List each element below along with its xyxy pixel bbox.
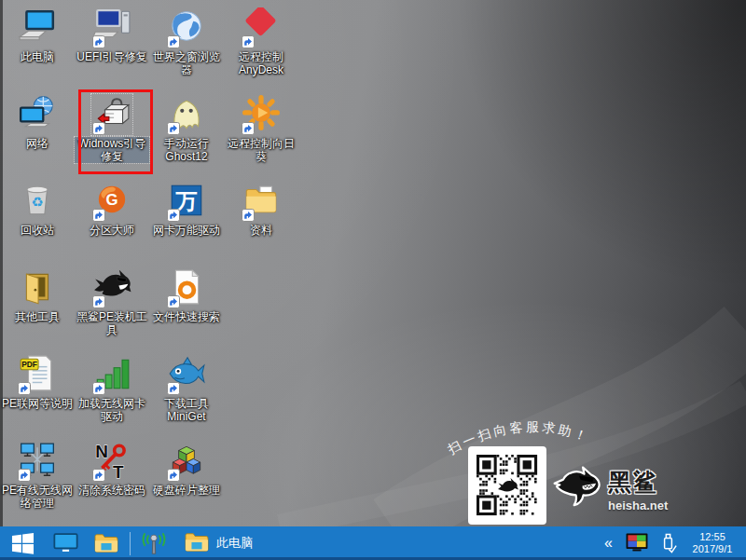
monitor-icon [53,532,78,554]
desktop-icon-recycle[interactable]: ♻回收站 [0,181,75,265]
recycle-icon: ♻ [17,181,58,222]
display-quicklaunch-button[interactable] [45,526,86,560]
desktop-icon-pdf[interactable]: PDFPE联网等说明 [0,354,75,438]
wannet-icon: 万 [166,181,207,222]
taskbar: 此电脑 « 12:55 2017/9/1 [0,526,746,560]
usb-eject-tray-icon[interactable] [657,526,679,560]
everything-icon [166,267,207,308]
desktop-icon-fish[interactable]: 下载工具MiniGet [149,354,224,438]
desktop-icon-label: 分区大师 [75,224,149,237]
file-explorer-quicklaunch-button[interactable] [86,526,127,560]
folder-icon [184,531,210,553]
fish-icon [166,354,207,395]
desktop-icon-defrag[interactable]: 硬盘碎片整理 [149,441,224,525]
sunflower-icon [241,94,282,135]
desktop-icon-shark[interactable]: 黑鲨PE装机工具 [75,267,149,351]
desktop-icon-diskgenius[interactable]: G分区大师 [75,181,149,265]
clock-time: 12:55 [686,531,739,543]
display-settings-tray-icon[interactable] [624,526,650,560]
task-button-label: 此电脑 [216,535,253,552]
desktop-icon-label: 其他工具 [0,310,75,323]
start-button[interactable] [0,526,45,560]
desktop-icon-label: 硬盘碎片整理 [149,484,224,497]
openfolder-icon [17,267,58,308]
brand-logo: 黑鲨 heisha.net [550,466,668,513]
desktop-icon-computer[interactable]: 此电脑 [0,7,75,91]
desktop-icon-sunflower[interactable]: 远程控制向日葵 [224,94,298,178]
shortcut-arrow-badge [242,122,255,135]
desktop-icon-label: 下载工具MiniGet [149,397,224,423]
folder-icon [93,532,119,554]
desktop-icon-everything[interactable]: 文件快速搜索 [149,267,224,351]
desktop-icon-uefi[interactable]: UEFI引导修复 [75,7,149,91]
shortcut-arrow-badge [92,382,105,395]
brand-site: heisha.net [608,499,668,512]
desktop-icon-wifibars[interactable]: 加载无线网卡驱动 [75,354,149,438]
desktop-icon-ghost[interactable]: 手动运行Ghost12 [149,94,224,178]
shortcut-arrow-badge [92,122,105,135]
qr-code [468,446,546,528]
network-icon [17,94,58,135]
shortcut-arrow-badge [242,35,255,48]
browser-icon [166,7,207,48]
desktop-icon-label: 回收站 [0,224,75,237]
wifibars-icon [91,354,132,395]
desktop-icon-label: 网卡万能驱动 [149,224,224,237]
clock-date: 2017/9/1 [686,543,739,555]
screen-left-edge [0,0,3,526]
shark-logo-icon [550,466,604,513]
desktop-icon-openfolder[interactable]: 其他工具 [0,267,75,351]
desktop-icon-lan[interactable]: PE有线无线网络管理 [0,441,75,525]
desktop-icon-wannet[interactable]: 万网卡万能驱动 [149,181,224,265]
desktop-icon-label: PE有线无线网络管理 [0,484,75,510]
desktop-icon-anydesk[interactable]: 远程控制AnyDesk [224,7,298,91]
anydesk-icon [241,7,282,48]
shortcut-arrow-badge [167,122,180,135]
desktop-icon-label: 文件快速搜索 [149,310,224,323]
shortcut-arrow-badge [167,35,180,48]
desktop-icon-folder[interactable]: 资料 [224,181,298,265]
svg-text:♻: ♻ [31,195,43,210]
shortcut-arrow-badge [167,295,180,308]
ghost-icon [166,94,207,135]
shortcut-arrow-badge [242,209,255,222]
desktop-icon-label: 此电脑 [0,50,75,63]
desktop-icon-label: 手动运行Ghost12 [149,137,224,163]
lan-icon [17,441,58,482]
folder-icon [184,531,210,556]
desktop-icon-toolbox[interactable]: Widnows引导修复 [75,94,149,178]
toolbox-icon [91,94,132,135]
pdf-icon: PDF [17,354,58,395]
desktop-icon-label: 远程控制向日葵 [224,137,298,163]
desktop-icon-label: Widnows引导修复 [75,137,149,163]
desktop-icon-label: UEFI引导修复 [75,50,149,63]
wireless-antenna-icon [142,531,166,555]
uefi-icon [91,7,132,48]
taskbar-clock[interactable]: 12:55 2017/9/1 [686,531,739,555]
shortcut-arrow-badge [92,209,105,222]
taskbar-separator [130,532,131,555]
shortcut-arrow-badge [167,209,180,222]
brand-name: 黑鲨 [608,467,668,498]
shark-icon [91,267,132,308]
desktop-icon-label: 网络 [0,137,75,150]
svg-text:PDF: PDF [21,360,37,369]
desktop-icon-ntkey[interactable]: NT清除系统密码 [75,441,149,525]
windows-logo-icon [11,532,35,555]
shortcut-arrow-badge [92,469,105,482]
desktop-icon-browser[interactable]: 世界之窗浏览器 [149,7,224,91]
computer-icon [17,7,58,48]
desktop-icon-label: 资料 [224,224,298,237]
shortcut-arrow-badge [167,382,180,395]
task-button-this-pc[interactable]: 此电脑 [174,526,262,560]
shortcut-arrow-badge [18,469,31,482]
desktop-icon-label: 远程控制AnyDesk [224,50,298,76]
svg-text:G: G [105,191,117,209]
desktop-icon-label: 黑鲨PE装机工具 [75,310,149,336]
defrag-icon [166,441,207,482]
ntkey-icon: NT [91,441,132,482]
wireless-tool-button[interactable] [133,526,174,560]
desktop-icon-network[interactable]: 网络 [0,94,75,178]
desktop-icon-label: 清除系统密码 [75,484,149,497]
tray-expand-chevron[interactable]: « [601,526,616,560]
